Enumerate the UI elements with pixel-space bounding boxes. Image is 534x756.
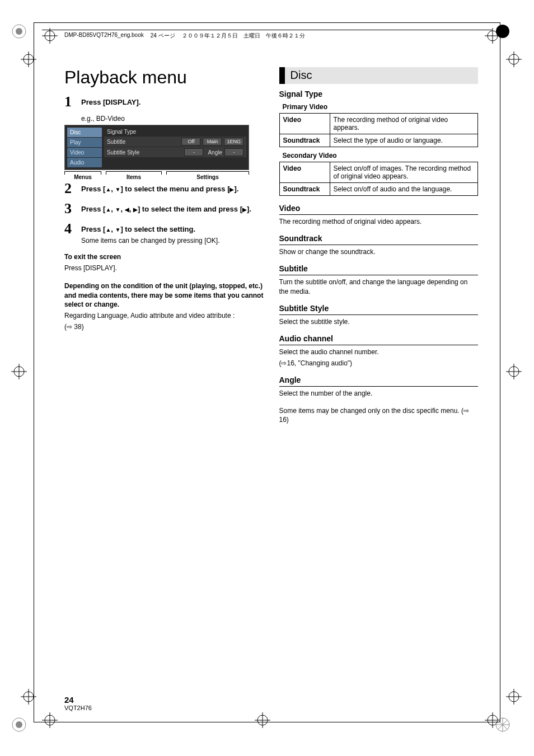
down-arrow-icon	[115, 205, 121, 213]
exit-block: To exit the screen Press [DISPLAY].	[64, 252, 264, 273]
note-ref: (⇨ 38)	[64, 322, 264, 331]
content-area: Playback menu 1 Press [DISPLAY]. e.g., B…	[64, 67, 478, 426]
heading-soundtrack: Soundtrack	[279, 234, 479, 245]
heading-audio-channel: Audio channel	[279, 334, 479, 345]
crosshair-icon	[11, 364, 27, 379]
step-number: 3	[64, 201, 76, 216]
osd-row-subtitle-style: Subtitle Style - Angle -	[104, 147, 246, 157]
header-date: ２００９年１２月５日 土曜日 午後６時２１分	[182, 32, 305, 40]
corner-circle-icon	[11, 24, 27, 39]
left-column: Playback menu 1 Press [DISPLAY]. e.g., B…	[64, 67, 264, 426]
osd-value: -	[224, 148, 243, 156]
right-arrow-icon	[242, 205, 247, 213]
svg-point-37	[16, 721, 22, 728]
text-audio-channel-2: (⇨16, "Changing audio")	[279, 359, 479, 368]
header-page-info: 24 ページ	[151, 32, 175, 40]
table-row: Video Select on/off of images. The recor…	[279, 162, 478, 183]
exit-text: Press [DISPLAY].	[64, 264, 264, 273]
cell-key: Video	[279, 114, 330, 134]
osd-value: -	[184, 148, 203, 156]
osd-menu-list: Disc Play Video Audio	[67, 128, 102, 167]
osd-value: 1ENG	[224, 138, 243, 145]
heading-primary-video: Primary Video	[283, 103, 479, 111]
osd-panel: Disc Play Video Audio Signal Type Subtit…	[64, 125, 249, 170]
step-3: 3 Press [, , , ] to select the item and …	[64, 201, 264, 216]
step-number: 2	[64, 181, 76, 196]
crosshair-icon	[506, 51, 522, 67]
osd-row-signal-type: Signal Type	[104, 128, 246, 136]
footnote: Some items may be changed only on the di…	[279, 406, 479, 424]
text-audio-channel-1: Select the audio channel number.	[279, 348, 479, 356]
crosshair-icon	[42, 712, 58, 728]
section-accent	[279, 67, 285, 84]
cell-val: Select the type of audio or language.	[330, 134, 478, 147]
heading-secondary-video: Secondary Video	[283, 152, 479, 159]
corner-circle-icon	[11, 717, 27, 732]
right-column: Disc Signal Type Primary Video Video The…	[279, 67, 479, 426]
right-arrow-icon	[133, 205, 138, 213]
page-code: VQT2H76	[64, 705, 92, 711]
step-4: 4 Press [, ] to select the setting. Some…	[64, 222, 264, 245]
page-number-block: 24 VQT2H76	[64, 695, 92, 711]
text-video: The recording method of original video a…	[279, 217, 479, 226]
crosshair-icon	[21, 689, 36, 705]
osd-menu-disc: Disc	[67, 128, 102, 137]
header-book: DMP-BD85VQT2H76_eng.book	[64, 32, 144, 40]
left-arrow-icon	[125, 205, 129, 213]
crosshair-icon	[255, 712, 270, 728]
up-arrow-icon	[105, 205, 111, 213]
heading-subtitle-style: Subtitle Style	[279, 304, 479, 315]
osd-item-label: Subtitle Style	[107, 149, 182, 156]
osd-bracket-labels: Menus Items Settings	[64, 171, 264, 180]
cell-val: The recording method of original video a…	[330, 114, 478, 134]
bracket-menus: Menus	[64, 171, 101, 180]
bracket-items: Items	[106, 171, 162, 180]
crosshair-icon	[21, 51, 36, 67]
step-number: 1	[64, 95, 76, 109]
step-text: Press [, ] to select the menu and press …	[81, 181, 238, 193]
step-2: 2 Press [, ] to select the menu and pres…	[64, 181, 264, 196]
osd-row-subtitle: Subtitle Off Main 1ENG	[104, 137, 246, 147]
osd-item-label: Signal Type	[107, 129, 243, 135]
up-arrow-icon	[105, 185, 111, 193]
text-subtitle-style: Select the subtitle style.	[279, 317, 479, 326]
corner-radial-icon	[495, 717, 510, 732]
osd-menu-audio: Audio	[67, 158, 102, 167]
crosshair-icon	[506, 364, 522, 379]
step-subtext: Some items can be changed by pressing [O…	[81, 237, 219, 245]
page-title: Playback menu	[64, 67, 264, 88]
heading-signal-type: Signal Type	[279, 90, 479, 98]
table-row: Soundtrack Select the type of audio or l…	[279, 134, 478, 147]
table-row: Soundtrack Select on/off of audio and th…	[279, 183, 478, 196]
up-arrow-icon	[105, 225, 111, 233]
heading-subtitle: Subtitle	[279, 264, 479, 275]
cell-key: Soundtrack	[279, 183, 330, 196]
osd-value: Off	[181, 138, 200, 145]
heading-video: Video	[279, 204, 479, 215]
crosshair-icon	[42, 28, 58, 44]
osd-menu-video: Video	[67, 148, 102, 157]
crosshair-icon	[506, 689, 522, 705]
osd-item-label: Angle	[208, 149, 222, 156]
text-soundtrack: Show or change the soundtrack.	[279, 247, 479, 256]
svg-point-1	[16, 28, 22, 35]
down-arrow-icon	[115, 225, 121, 233]
text-subtitle: Turn the subtitle on/off, and change the…	[279, 278, 479, 295]
header-rule	[42, 30, 492, 30]
heading-angle: Angle	[279, 375, 479, 387]
header-meta: DMP-BD85VQT2H76_eng.book 24 ページ ２００９年１２月…	[64, 32, 305, 40]
crosshair-icon	[485, 28, 500, 44]
note-bold: Depending on the condition of the unit (…	[64, 281, 264, 309]
step-text: Press [, , , ] to select the item and pr…	[81, 201, 251, 213]
osd-value: Main	[203, 138, 222, 145]
section-bar-disc: Disc	[279, 67, 479, 84]
step-text: Press [, ] to select the setting. Some i…	[81, 222, 219, 245]
table-primary-video: Video The recording method of original v…	[279, 113, 479, 147]
table-row: Video The recording method of original v…	[279, 114, 478, 134]
osd-item-label: Subtitle	[107, 139, 179, 145]
exit-heading: To exit the screen	[64, 252, 264, 261]
osd-items: Signal Type Subtitle Off Main 1ENG Subti…	[104, 128, 246, 167]
note-block: Depending on the condition of the unit (…	[64, 281, 264, 331]
cell-key: Video	[279, 162, 330, 183]
page-number: 24	[64, 695, 92, 705]
